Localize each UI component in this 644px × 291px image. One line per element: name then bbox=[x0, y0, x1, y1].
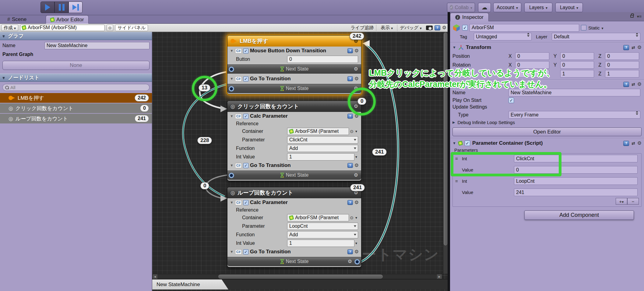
fold-icon[interactable]: ▼ bbox=[230, 49, 234, 53]
container-object-field[interactable]: ArborFSM (Paramet bbox=[287, 128, 349, 135]
gameobject-name-input[interactable]: ArborFSM bbox=[470, 24, 579, 32]
horizontal-scrollbar[interactable]: ◄ ► bbox=[152, 274, 442, 279]
preset-icon[interactable]: ⇄ bbox=[632, 82, 635, 87]
dropdown-caret-icon[interactable] bbox=[354, 155, 358, 159]
help-icon[interactable]: ? bbox=[347, 114, 353, 119]
open-editor-button[interactable]: Open Editor bbox=[452, 127, 642, 136]
scrollbar-thumb[interactable] bbox=[444, 33, 447, 245]
gear-icon[interactable]: ⚙ bbox=[354, 76, 359, 81]
create-menu-button[interactable]: 作成 bbox=[1, 25, 18, 31]
button-value-input[interactable]: 0 bbox=[287, 56, 358, 63]
next-state-slot[interactable]: Next State ⚙ bbox=[227, 84, 361, 93]
side-panel-toggle[interactable]: サイドパネル bbox=[115, 25, 148, 31]
fold-icon[interactable]: ▼ bbox=[230, 250, 234, 254]
transition-port[interactable] bbox=[354, 259, 360, 265]
behaviour-header[interactable]: ▼ C# ✓ Go To Transition ? ⚙ bbox=[227, 248, 361, 256]
state-node-clickcount[interactable]: ◎ クリック回数をカウント ⚙ ▼ C# ✓ Calc Parameter ? … bbox=[227, 101, 361, 181]
transition-port[interactable] bbox=[229, 67, 234, 72]
graph-name-input[interactable]: New StateMachine bbox=[44, 42, 150, 49]
parameter-dropdown[interactable]: ClickCnt bbox=[287, 136, 358, 144]
param-value-input[interactable]: 241 bbox=[514, 189, 638, 196]
scale-y-input[interactable]: 1 bbox=[560, 70, 594, 78]
gear-icon[interactable]: ⚙ bbox=[354, 48, 359, 53]
gear-icon[interactable]: ⚙ bbox=[637, 141, 642, 146]
gear-icon[interactable]: ⚙ bbox=[442, 25, 446, 30]
layout-button[interactable]: Layout bbox=[555, 3, 583, 12]
help-icon[interactable]: ? bbox=[347, 76, 353, 81]
state-node-header[interactable]: LMBを押す ⚙ bbox=[227, 36, 361, 47]
fold-icon[interactable]: ▼ bbox=[230, 77, 234, 81]
parent-graph-value-button[interactable]: None bbox=[2, 61, 150, 70]
gear-icon[interactable]: ⚙ bbox=[354, 173, 358, 178]
gear-icon[interactable]: ⚙ bbox=[354, 249, 359, 254]
behaviour-enabled-checkbox[interactable]: ✓ bbox=[243, 249, 248, 255]
add-component-button[interactable]: Add Component bbox=[524, 210, 634, 220]
dropdown-caret-icon[interactable] bbox=[602, 25, 604, 30]
scroll-right-arrow[interactable]: ► bbox=[437, 274, 442, 279]
context-menu-icon[interactable]: ▾≡ bbox=[637, 14, 642, 19]
list-item-loopcount[interactable]: ◎ ループ回数をカウント 241 bbox=[0, 114, 152, 124]
static-checkbox[interactable] bbox=[581, 25, 586, 30]
capture-button[interactable] bbox=[426, 26, 433, 30]
active-checkbox[interactable]: ✓ bbox=[462, 25, 468, 30]
behaviour-enabled-checkbox[interactable]: ✓ bbox=[243, 48, 248, 54]
position-x-input[interactable]: 0 bbox=[515, 52, 549, 60]
lock-icon[interactable] bbox=[630, 15, 634, 18]
behaviour-header[interactable]: ▼ C# ✓ Go To Transition ? ⚙ bbox=[227, 161, 361, 170]
cloud-button[interactable]: ☁ bbox=[478, 3, 491, 12]
gear-icon[interactable]: ⚙ bbox=[354, 67, 358, 71]
tag-dropdown[interactable]: Untagged bbox=[474, 33, 532, 40]
dropdown-caret-icon[interactable] bbox=[354, 216, 358, 220]
component-enabled-checkbox[interactable]: ✓ bbox=[465, 140, 470, 146]
behaviour-enabled-checkbox[interactable]: ✓ bbox=[243, 76, 248, 81]
object-picker-icon[interactable]: ⊙ bbox=[349, 128, 354, 134]
scroll-left-arrow[interactable]: ◄ bbox=[153, 274, 157, 279]
drag-handle-icon[interactable]: = bbox=[455, 178, 460, 184]
graph-section-header[interactable]: ▼ グラフ bbox=[0, 32, 152, 40]
function-dropdown[interactable]: Add bbox=[287, 231, 358, 238]
transform-component-header[interactable]: ▼ Transform ? ⇄ ⚙ bbox=[450, 43, 644, 52]
fold-icon[interactable]: ▼ bbox=[452, 45, 456, 50]
object-picker-icon[interactable]: ⊙ bbox=[349, 215, 354, 221]
list-item-lmb[interactable]: LMBを押す 242 bbox=[0, 93, 152, 103]
help-icon[interactable]: ? bbox=[623, 141, 629, 146]
rotation-y-input[interactable]: 0 bbox=[560, 61, 594, 69]
next-state-slot[interactable]: Next State ⚙ bbox=[227, 64, 361, 74]
container-object-field[interactable]: ArborFSM (Paramet bbox=[287, 214, 349, 221]
layer-dropdown[interactable]: Default bbox=[552, 33, 640, 40]
function-dropdown[interactable]: Add bbox=[287, 145, 358, 152]
transition-port[interactable] bbox=[229, 86, 234, 92]
next-state-slot[interactable]: Next State ⚙ bbox=[227, 257, 361, 266]
behaviour-header[interactable]: ▼ C# ✓ Calc Parameter ? ⚙ bbox=[227, 198, 361, 207]
dropdown-caret-icon[interactable] bbox=[354, 129, 358, 133]
behaviour-header[interactable]: ▼ C# ✓ Calc Parameter ? ⚙ bbox=[227, 112, 361, 120]
help-icon[interactable]: ? bbox=[347, 163, 353, 168]
scrollbar-thumb[interactable] bbox=[218, 275, 383, 279]
behaviour-enabled-checkbox[interactable]: ✓ bbox=[243, 200, 248, 205]
gear-icon[interactable]: ⚙ bbox=[348, 259, 352, 264]
tab-arbor-editor[interactable]: Arbor Editor bbox=[46, 15, 89, 24]
scrollbar-track[interactable] bbox=[157, 274, 437, 279]
state-node-header[interactable]: ◎ クリック回数をカウント ⚙ bbox=[227, 101, 361, 112]
graph-object-field[interactable]: ArborFSM (ArborFSM) bbox=[20, 25, 105, 31]
nodelist-section-header[interactable]: ▼ ノードリスト bbox=[0, 74, 152, 82]
debug-menu-button[interactable]: デバッグ bbox=[397, 25, 424, 31]
tab-inspector[interactable]: i Inspector bbox=[450, 13, 489, 21]
play-on-start-checkbox[interactable]: ✓ bbox=[509, 98, 514, 103]
panel-divider[interactable] bbox=[448, 12, 450, 291]
help-icon[interactable]: ? bbox=[347, 48, 353, 53]
nodelist-search-input[interactable]: All bbox=[2, 84, 150, 91]
gear-icon[interactable]: ⚙ bbox=[354, 163, 359, 168]
tab-scene[interactable]: # Scene bbox=[3, 15, 31, 24]
scale-z-input[interactable]: 1 bbox=[605, 70, 639, 78]
preset-icon[interactable]: ⇄ bbox=[632, 45, 635, 50]
breadcrumb[interactable]: New StateMachine bbox=[152, 279, 228, 289]
behaviour-header[interactable]: ▼ C# ✓ Go To Transition ? ⚙ bbox=[227, 74, 361, 83]
next-state-slot[interactable]: Next State ⚙ bbox=[227, 171, 361, 180]
gear-icon[interactable]: ⚙ bbox=[354, 200, 359, 205]
behaviour-header[interactable]: ▼ C# ✓ Mouse Button Down Transition ? ⚙ bbox=[227, 47, 361, 55]
parameter-container-header[interactable]: ▼ ✓ Parameter Container (Script) ? ⇄ ⚙ bbox=[450, 139, 644, 147]
play-button[interactable] bbox=[40, 2, 55, 13]
parameter-dropdown[interactable]: LoopCnt bbox=[287, 223, 358, 230]
position-y-input[interactable]: 0 bbox=[560, 52, 594, 60]
